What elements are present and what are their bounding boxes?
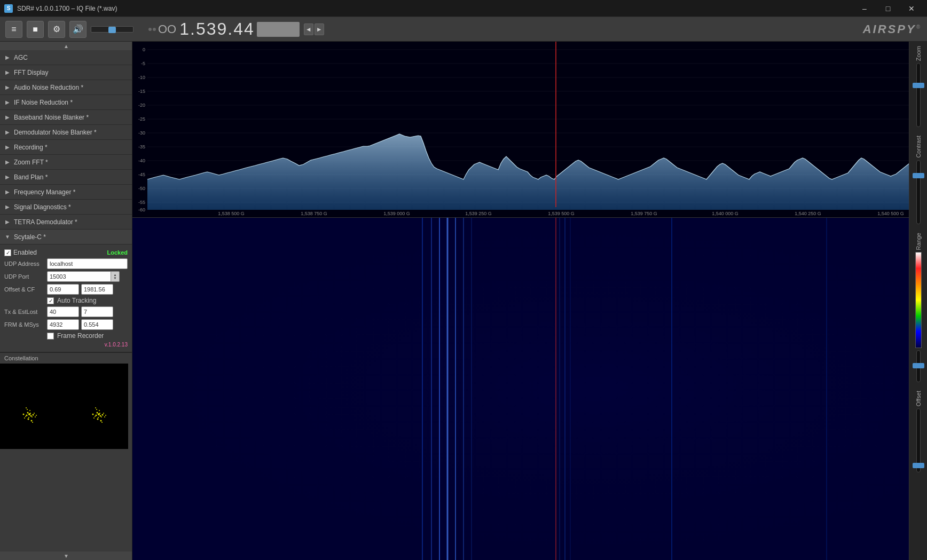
frm-input[interactable] [47,319,79,330]
offset-input[interactable] [47,284,79,295]
frame-recorder-checkbox[interactable] [47,333,54,340]
sidebar-item-scytale[interactable]: Scytale-C * [0,230,132,244]
svg-point-36 [92,414,94,415]
estlost-input[interactable] [81,306,113,317]
if-nr-arrow-icon [4,99,11,106]
settings-button[interactable]: ⚙ [48,21,65,38]
freq-arrows: ◄ ► [304,23,324,35]
freq-left-arrow[interactable]: ◄ [304,23,313,35]
freq-dots [148,28,156,31]
window-controls: – □ ✕ [853,1,923,16]
auto-tracking-row: Auto Tracking [4,297,128,304]
menu-button[interactable]: ≡ [5,21,22,38]
volume-slider[interactable] [91,26,133,33]
constellation-cluster-right [92,407,107,423]
msys-input[interactable] [81,319,113,330]
svg-text:1,539 250 G: 1,539 250 G [465,211,492,216]
sidebar-item-recording[interactable]: Recording * [0,140,132,155]
audio-nr-label: Audio Noise Reduction * [14,84,83,91]
svg-point-18 [26,407,27,408]
svg-point-27 [102,414,104,416]
svg-point-17 [32,422,33,423]
svg-point-15 [35,416,36,417]
svg-point-8 [25,416,26,417]
range-slider-track[interactable] [916,350,921,382]
offset-cf-label: Offset & CF [4,286,47,293]
zoom-fft-arrow-icon [4,159,11,165]
udp-port-input[interactable] [47,271,111,282]
svg-point-35 [104,416,105,417]
zoom-slider-thumb[interactable] [913,83,924,88]
audio-button[interactable]: 🔊 [69,21,87,38]
sidebar-item-if-nr[interactable]: IF Noise Reduction * [0,95,132,110]
svg-point-2 [27,412,29,414]
sidebar-scroll-down[interactable]: ▼ [0,551,132,560]
sidebar-item-tetra[interactable]: TETRA Demodulator * [0,215,132,230]
freq-dot-1 [148,28,152,31]
offset-slider-track[interactable] [916,408,921,472]
udp-port-label: UDP Port [4,273,47,280]
tx-input[interactable] [47,306,79,317]
port-spin-buttons[interactable]: ▲ ▼ [111,271,120,282]
app-icon: S [4,4,13,13]
if-nr-label: IF Noise Reduction * [14,99,73,106]
sidebar-scroll-up[interactable]: ▲ [0,42,132,50]
contrast-slider-track[interactable] [916,160,921,224]
auto-tracking-checkbox[interactable] [47,297,54,304]
stop-button[interactable]: ■ [27,21,44,38]
audio-nr-arrow-icon [4,84,11,91]
svg-point-38 [95,407,96,408]
window-title: SDR# v1.0.0.1700 – IQ File (*.wav) [17,5,117,12]
offset-slider-thumb[interactable] [913,463,924,468]
tx-estlost-inputs [47,306,113,317]
tx-estlost-label: Tx & EstLost [4,309,47,315]
contrast-label: Contrast [915,136,922,158]
svg-text:-10: -10 [138,75,145,80]
svg-point-33 [100,420,102,422]
contrast-slider-thumb[interactable] [913,173,924,178]
close-button[interactable]: ✕ [900,1,923,16]
band-plan-arrow-icon [4,174,11,180]
svg-point-11 [34,413,35,414]
svg-point-13 [31,420,33,422]
svg-text:-60: -60 [138,207,145,212]
demod-nb-arrow-icon [4,129,11,136]
sidebar-item-zoom-fft[interactable]: Zoom FFT * [0,155,132,170]
airspy-logo: AIRSPY® [863,22,922,36]
svg-point-39 [105,415,106,416]
spectrum-area[interactable]: 0 -5 -10 -15 -20 -25 -30 -35 -40 -45 -50… [132,42,927,218]
sidebar-item-freq-manager[interactable]: Frequency Manager * [0,185,132,200]
band-plan-label: Band Plan * [14,173,48,181]
frequency-value[interactable]: 1.539.44 [179,19,255,39]
sidebar-item-fft[interactable]: FFT Display [0,65,132,80]
offset-cf-row: Offset & CF [4,284,128,295]
sidebar-item-agc[interactable]: AGC [0,50,132,65]
main-layout: ▲ AGC FFT Display Audio Noise Reduction … [0,42,927,560]
freq-unit-box[interactable] [257,22,300,37]
sidebar-item-band-plan[interactable]: Band Plan * [0,170,132,185]
agc-label: AGC [14,54,28,61]
sidebar-item-demod-nb[interactable]: Demodulator Noise Blanker * [0,125,132,140]
freq-prefix: OO [158,22,176,36]
zoom-slider-track[interactable] [916,63,921,127]
udp-address-label: UDP Address [4,261,47,267]
freq-manager-label: Frequency Manager * [14,188,75,196]
right-controls-panel: Zoom Contrast Range Offset [909,42,927,560]
sidebar-item-audio-nr[interactable]: Audio Noise Reduction * [0,80,132,95]
frequency-display: OO 1.539.44 ◄ ► [148,19,324,39]
svg-point-1 [30,415,32,417]
freq-right-arrow[interactable]: ► [315,23,324,35]
udp-address-input[interactable] [47,258,128,269]
zoom-label: Zoom [915,46,922,61]
range-slider-thumb[interactable] [913,363,924,368]
svg-text:-25: -25 [138,116,145,122]
minimize-button[interactable]: – [853,1,876,16]
constellation-canvas [0,364,128,449]
frame-recorder-label: Frame Recorder [57,332,104,340]
sidebar-item-signal-diag[interactable]: Signal Diagnostics * [0,200,132,215]
enabled-checkbox[interactable] [4,249,11,256]
maximize-button[interactable]: □ [877,1,899,16]
agc-arrow-icon [4,54,11,61]
cf-input[interactable] [81,284,113,295]
sidebar-item-baseband-nb[interactable]: Baseband Noise Blanker * [0,110,132,125]
